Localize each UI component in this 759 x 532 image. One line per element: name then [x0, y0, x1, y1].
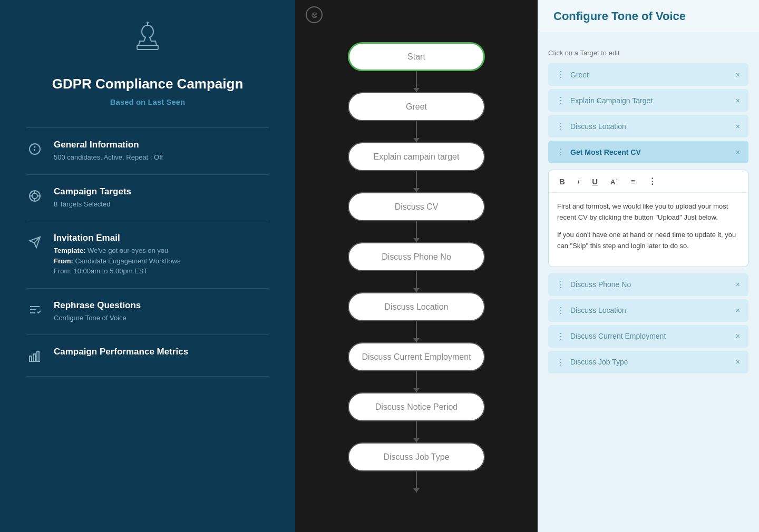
- sidebar-campaign-title: GDPR Compliance Campaign: [52, 76, 244, 92]
- target-discuss-job-type[interactable]: ⋮ Discuss Job Type ×: [548, 351, 748, 373]
- flow-node-notice[interactable]: Discuss Notice Period: [348, 392, 485, 421]
- flow-panel: ⊗ Start Greet Explain campain target Dis…: [295, 0, 538, 532]
- sidebar-item-invitation-email[interactable]: Invitation Email Template: We've got our…: [26, 221, 269, 289]
- flow-node-job[interactable]: Discuss Job Type: [348, 442, 485, 471]
- rephrase-desc: Configure Tone of Voice: [54, 313, 141, 323]
- target-icon: [26, 188, 43, 204]
- target-cv-label: Get Most Recent CV: [570, 148, 731, 156]
- invitation-email-desc: Template: We've got our eyes on you From…: [54, 245, 180, 277]
- svg-rect-12: [30, 356, 32, 361]
- close-explain[interactable]: ×: [736, 96, 740, 105]
- drag-icon-job: ⋮: [557, 357, 565, 367]
- close-phone[interactable]: ×: [736, 280, 740, 289]
- campaign-targets-desc: 8 Targets Selected: [54, 199, 131, 210]
- drag-icon-phone: ⋮: [557, 280, 565, 290]
- drag-icon-greet: ⋮: [557, 70, 565, 80]
- sidebar-nav: General Information 500 candidates. Acti…: [26, 127, 269, 377]
- close-location1[interactable]: ×: [736, 122, 740, 131]
- flow-node-start[interactable]: Start: [348, 42, 485, 71]
- flow-node-cv[interactable]: Discuss CV: [348, 192, 485, 221]
- target-greet-label: Greet: [570, 71, 731, 79]
- target-greet[interactable]: ⋮ Greet ×: [548, 63, 748, 86]
- chart-icon: [26, 348, 43, 364]
- target-explain-label: Explain Campaign Target: [570, 96, 731, 105]
- svg-rect-14: [37, 352, 39, 361]
- target-discuss-location-1[interactable]: ⋮ Discuss Location ×: [548, 115, 748, 137]
- flow-content: Start Greet Explain campain target Discu…: [295, 11, 538, 514]
- target-get-cv[interactable]: ⋮ Get Most Recent CV ×: [548, 141, 748, 163]
- editor-box: B i U A↑ ≡ ⋮ First and formost, we would…: [548, 170, 748, 267]
- general-info-title: General Information: [54, 140, 163, 150]
- configure-header: Configure Tone of Voice: [538, 0, 759, 33]
- flow-connector-5: [416, 271, 417, 292]
- sidebar-item-campaign-targets[interactable]: Campaign Targets 8 Targets Selected: [26, 175, 269, 222]
- italic-button[interactable]: i: [576, 176, 581, 187]
- flow-connector-7: [416, 371, 417, 392]
- sidebar-item-general-info[interactable]: General Information 500 candidates. Acti…: [26, 128, 269, 175]
- rephrase-icon: [26, 301, 43, 318]
- sidebar-campaign-subtitle: Based on Last Seen: [110, 97, 186, 106]
- general-info-desc: 500 candidates. Active. Repeat : Off: [54, 152, 163, 163]
- flow-node-employment[interactable]: Discuss Current Employment: [348, 342, 485, 371]
- flow-close-button[interactable]: ⊗: [306, 6, 323, 23]
- svg-point-2: [147, 22, 149, 24]
- flow-connector-6: [416, 321, 417, 342]
- target-discuss-current-emp[interactable]: ⋮ Discuss Current Employment ×: [548, 325, 748, 348]
- target-job-label: Discuss Job Type: [570, 358, 731, 366]
- more-button[interactable]: ⋮: [646, 175, 658, 187]
- bold-button[interactable]: B: [557, 176, 567, 187]
- align-button[interactable]: ≡: [629, 176, 638, 187]
- flow-node-location[interactable]: Discuss Location: [348, 292, 485, 321]
- metrics-title: Campaign Performance Metrics: [54, 347, 188, 357]
- target-location2-label: Discuss Location: [570, 306, 731, 314]
- flow-node-greet[interactable]: Greet: [348, 92, 485, 121]
- email-icon: [26, 234, 43, 251]
- close-cv[interactable]: ×: [736, 148, 740, 156]
- target-employment-label: Discuss Current Employment: [570, 332, 731, 340]
- svg-rect-0: [137, 45, 158, 50]
- drag-icon-employment: ⋮: [557, 331, 565, 341]
- editor-paragraph-2: If you don't have one at hand or need ti…: [557, 230, 739, 252]
- flow-connector-8: [416, 421, 417, 442]
- drag-icon-location2: ⋮: [557, 306, 565, 316]
- close-location2[interactable]: ×: [736, 306, 740, 314]
- flow-connector-3: [416, 171, 417, 192]
- close-greet[interactable]: ×: [736, 71, 740, 79]
- svg-point-7: [32, 193, 37, 199]
- drag-icon-cv: ⋮: [557, 147, 565, 157]
- click-hint: Click on a Target to edit: [548, 44, 748, 60]
- flow-node-explain[interactable]: Explain campain target: [348, 142, 485, 171]
- editor-paragraph-1: First and formost, we would like you to …: [557, 201, 739, 223]
- target-location1-label: Discuss Location: [570, 122, 731, 131]
- sidebar-item-metrics[interactable]: Campaign Performance Metrics: [26, 335, 269, 377]
- flow-node-phone[interactable]: Discuss Phone No: [348, 242, 485, 271]
- right-panel: Configure Tone of Voice Click on a Targe…: [538, 0, 759, 532]
- right-content: Click on a Target to edit ⋮ Greet × ⋮ Ex…: [538, 33, 759, 384]
- chess-icon: [129, 21, 166, 65]
- target-discuss-location-2[interactable]: ⋮ Discuss Location ×: [548, 299, 748, 322]
- close-employment[interactable]: ×: [736, 332, 740, 340]
- font-size-button[interactable]: A↑: [608, 175, 620, 187]
- underline-button[interactable]: U: [590, 176, 600, 187]
- drag-icon-explain: ⋮: [557, 95, 565, 105]
- editor-toolbar: B i U A↑ ≡ ⋮: [549, 170, 748, 193]
- close-job[interactable]: ×: [736, 358, 740, 366]
- svg-rect-13: [33, 354, 35, 361]
- flow-connector-2: [416, 121, 417, 142]
- sidebar: GDPR Compliance Campaign Based on Last S…: [0, 0, 295, 532]
- drag-icon-location1: ⋮: [557, 121, 565, 131]
- flow-connector-1: [416, 71, 417, 92]
- editor-body[interactable]: First and formost, we would like you to …: [549, 193, 748, 266]
- info-icon: [26, 141, 43, 157]
- target-phone-label: Discuss Phone No: [570, 280, 731, 289]
- target-explain-campaign[interactable]: ⋮ Explain Campaign Target ×: [548, 89, 748, 112]
- sidebar-item-rephrase[interactable]: Rephrase Questions Configure Tone of Voi…: [26, 289, 269, 336]
- target-discuss-phone[interactable]: ⋮ Discuss Phone No ×: [548, 273, 748, 296]
- campaign-targets-title: Campaign Targets: [54, 186, 131, 197]
- invitation-email-title: Invitation Email: [54, 233, 180, 243]
- rephrase-title: Rephrase Questions: [54, 300, 141, 311]
- flow-connector-9: [416, 471, 417, 492]
- flow-connector-4: [416, 221, 417, 242]
